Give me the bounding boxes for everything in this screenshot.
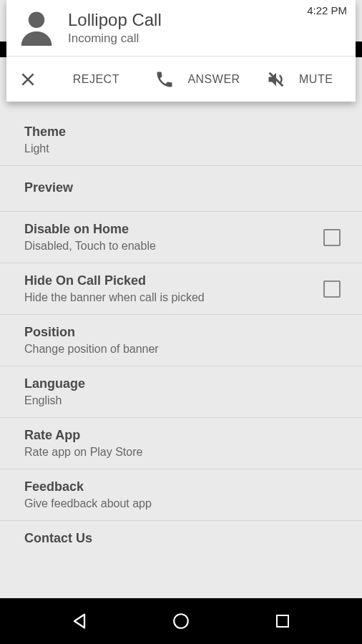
- setting-theme[interactable]: Theme Light: [0, 114, 362, 166]
- settings-list: Theme Light Preview Disable on Home Disa…: [0, 107, 362, 556]
- checkbox[interactable]: [323, 280, 341, 298]
- setting-title: Theme: [24, 125, 341, 140]
- setting-feedback[interactable]: Feedback Give feedback about app: [0, 469, 362, 521]
- checkbox[interactable]: [323, 229, 341, 246]
- mute-label: MUTE: [292, 73, 340, 86]
- setting-title: Disable on Home: [24, 222, 323, 237]
- setting-title: Rate App: [24, 428, 341, 443]
- setting-disable-on-home[interactable]: Disable on Home Disabled, Touch to enabl…: [0, 212, 362, 263]
- avatar-icon: [15, 6, 58, 49]
- setting-language[interactable]: Language English: [0, 366, 362, 418]
- home-button[interactable]: [152, 612, 210, 630]
- close-button[interactable]: [11, 70, 45, 89]
- answer-button[interactable]: ANSWER: [147, 69, 250, 89]
- mute-button[interactable]: MUTE: [249, 69, 351, 89]
- close-icon: [12, 70, 44, 89]
- setting-sub: Disabled, Touch to enable: [24, 240, 323, 253]
- setting-sub: Change position of banner: [24, 343, 341, 356]
- incoming-call-banner: Lollipop Call Incoming call 4:22 PM REJE…: [6, 0, 356, 102]
- svg-point-0: [29, 12, 45, 29]
- setting-rate-app[interactable]: Rate App Rate app on Play Store: [0, 418, 362, 469]
- phone-icon: [149, 69, 180, 89]
- setting-title: Feedback: [24, 479, 341, 494]
- setting-position[interactable]: Position Change position of banner: [0, 315, 362, 366]
- setting-sub: Light: [24, 142, 341, 155]
- setting-sub: English: [24, 394, 341, 407]
- speaker-mute-icon: [260, 69, 292, 89]
- setting-title: Preview: [24, 180, 341, 195]
- setting-contact-us[interactable]: Contact Us: [0, 521, 362, 556]
- setting-sub: Rate app on Play Store: [24, 446, 341, 459]
- caller-subtitle: Incoming call: [68, 31, 347, 46]
- setting-title: Hide On Call Picked: [24, 273, 323, 288]
- setting-title: Position: [24, 325, 341, 340]
- setting-preview[interactable]: Preview: [0, 166, 362, 212]
- android-navbar: [0, 598, 362, 644]
- setting-title: Contact Us: [24, 531, 341, 546]
- svg-rect-2: [277, 615, 288, 627]
- back-button[interactable]: [51, 611, 108, 631]
- setting-sub: Give feedback about app: [24, 497, 341, 510]
- caller-title: Lollipop Call: [68, 10, 347, 30]
- setting-hide-on-call-picked[interactable]: Hide On Call Picked Hide the banner when…: [0, 263, 362, 315]
- recents-button[interactable]: [254, 613, 311, 630]
- time-label: 4:22 PM: [307, 4, 347, 16]
- reject-label: REJECT: [66, 73, 127, 86]
- setting-title: Language: [24, 376, 341, 391]
- setting-sub: Hide the banner when call is picked: [24, 291, 323, 304]
- reject-button[interactable]: REJECT: [45, 73, 147, 86]
- svg-point-1: [174, 614, 188, 628]
- answer-label: ANSWER: [180, 73, 247, 86]
